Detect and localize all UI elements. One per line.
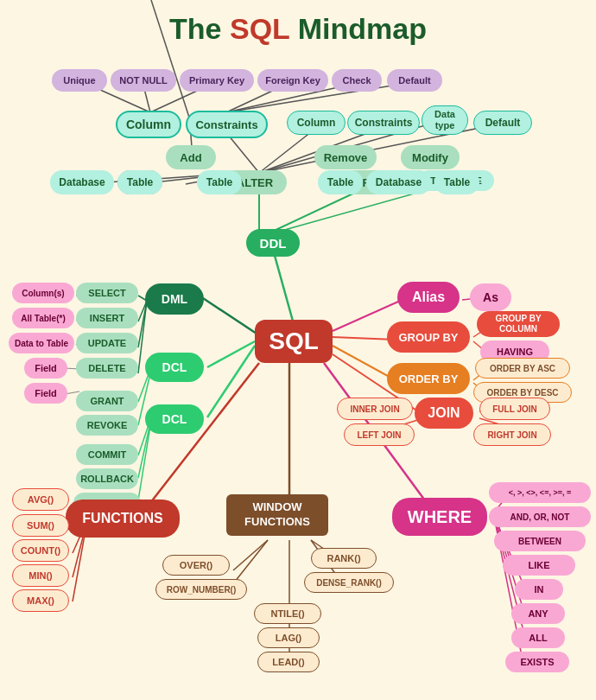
ntile-node: NTILE() [254, 603, 321, 624]
datatable-label: Data to Table [9, 333, 74, 353]
groupby-node: GROUP BY [387, 321, 470, 353]
title-prefix: The [169, 12, 230, 45]
default-right-node: Default [473, 111, 532, 135]
windowfn-node: WINDOWFUNCTIONS [226, 494, 328, 536]
groupby-column-node: GROUP BYCOLUMN [477, 311, 560, 337]
grant-node: GRANT [76, 391, 138, 411]
rollback-node: ROLLBACK [76, 468, 138, 489]
delete-node: DELETE [76, 358, 138, 379]
add-node: Add [166, 145, 216, 169]
column-node: Column [116, 111, 181, 138]
column-right-node: Column [287, 111, 346, 135]
over-node: OVER() [162, 555, 230, 576]
between-node: BETWEEN [494, 531, 586, 551]
revoke-node: REVOKE [76, 415, 138, 436]
avg-node: AVG() [12, 488, 69, 511]
sum-node: SUM() [12, 514, 69, 537]
andor-node: AND, OR, NOT [489, 506, 591, 527]
table-alter-node: Table [197, 170, 242, 194]
datatype-node: Datatype [422, 105, 468, 135]
table-trunc-node: Table [434, 170, 479, 194]
max-node: MAX() [12, 589, 69, 612]
alltable-label: All Table(*) [12, 308, 74, 328]
orderby-node: ORDER BY [387, 363, 470, 394]
dcl1-node: DCL [145, 353, 204, 382]
columns-label: Column(s) [12, 283, 74, 303]
leftjoin-node: LEFT JOIN [344, 423, 415, 446]
svg-line-0 [272, 246, 294, 324]
table-drop-node: Table [318, 170, 363, 194]
svg-line-1 [203, 298, 259, 335]
rightjoin-node: RIGHT JOIN [473, 423, 551, 446]
as-node: As [470, 283, 511, 311]
min-node: MIN() [12, 564, 69, 587]
join-node: JOIN [415, 398, 473, 429]
where-node: WHERE [392, 498, 487, 536]
check-node: Check [332, 69, 382, 92]
foreignkey-node: Foreign Key [257, 69, 328, 92]
svg-line-6 [333, 346, 396, 380]
title-highlight: SQL [230, 12, 289, 45]
like-node: LIKE [503, 555, 575, 576]
functions-node: FUNCTIONS [66, 500, 180, 538]
unique-node: Unique [52, 69, 107, 92]
lead-node: LEAD() [257, 652, 320, 672]
page-title: The SQL Mindmap [0, 0, 596, 46]
dml-node: DML [145, 283, 204, 315]
rank-node: RANK() [311, 548, 377, 569]
all-node: ALL [511, 627, 565, 648]
table-left-node: Table [117, 170, 162, 194]
alias-node: Alias [397, 282, 460, 313]
remove-node: Remove [314, 145, 377, 169]
svg-line-35 [138, 301, 147, 347]
primarykey-node: Primary Key [180, 69, 254, 92]
lag-node: LAG() [257, 627, 320, 648]
notnull-node: NOT NULL [111, 69, 176, 92]
svg-line-60 [233, 540, 268, 570]
innerjoin-node: INNER JOIN [337, 398, 413, 420]
update-node: UPDATE [76, 333, 138, 353]
svg-line-3 [207, 346, 255, 417]
svg-line-2 [207, 341, 255, 367]
orderby-asc-node: ORDER BY ASC [475, 358, 570, 379]
field2-label: Field [24, 383, 67, 404]
in-node: IN [515, 579, 563, 600]
constraints-node: Constraints [186, 111, 268, 138]
sql-node: SQL [255, 320, 333, 363]
exists-node: EXISTS [505, 652, 569, 672]
svg-line-41 [138, 421, 151, 500]
field1-label: Field [24, 358, 67, 379]
denserank-node: DENSE_RANK() [304, 572, 394, 593]
title-suffix: Mindmap [289, 12, 427, 45]
commit-node: COMMIT [76, 444, 138, 465]
default-top-node: Default [387, 69, 442, 92]
constraints-right-node: Constraints [347, 111, 420, 135]
count-node: COUNT() [12, 539, 69, 562]
any-node: ANY [511, 603, 565, 624]
ops-node: <, >, <>, <=, >=, = [489, 482, 591, 503]
ddl-node: DDL [246, 229, 300, 257]
select-node: SELECT [76, 283, 138, 303]
modify-node: Modify [401, 145, 460, 169]
dcl2-node: DCL [145, 404, 204, 434]
rownum-node: ROW_NUMBER() [155, 579, 247, 600]
page: The SQL Mindmap [0, 0, 596, 700]
database-left-node: Database [50, 170, 114, 194]
database-drop-node: Database [366, 170, 431, 194]
fulljoin-node: FULL JOIN [479, 398, 550, 420]
insert-node: INSERT [76, 308, 138, 328]
